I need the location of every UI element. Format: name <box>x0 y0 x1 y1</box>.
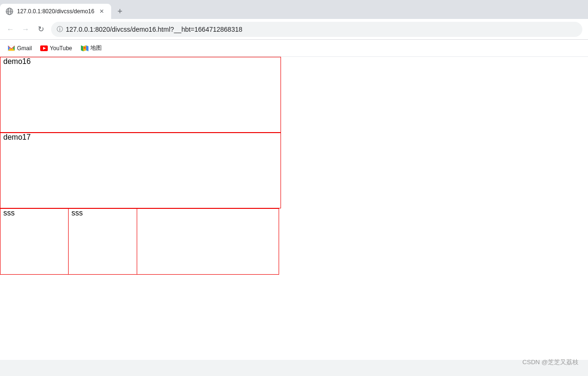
sss-container: sss sss <box>0 208 588 275</box>
sss-label-1: sss <box>0 207 18 219</box>
gmail-icon <box>8 45 15 52</box>
demo16-label: demo16 <box>0 55 34 67</box>
back-icon: ← <box>7 25 14 34</box>
address-bar[interactable]: ⓘ 127.0.0.1:8020/divcss/demo16.html?__hb… <box>51 22 582 37</box>
svg-marker-12 <box>81 45 83 51</box>
bookmarks-bar: Gmail YouTube 地图 <box>0 40 588 57</box>
bookmark-maps-label: 地图 <box>90 44 102 52</box>
sss-box-1: sss <box>0 208 69 275</box>
sss-box-3 <box>137 208 279 275</box>
bookmark-gmail-label: Gmail <box>17 45 32 52</box>
forward-button[interactable]: → <box>19 23 32 36</box>
page-content: demo16 demo17 sss sss <box>0 57 588 360</box>
bookmark-youtube-label: YouTube <box>50 45 72 52</box>
bookmark-maps[interactable]: 地图 <box>77 42 105 54</box>
tab-drag-area <box>126 4 588 19</box>
demo16-box: demo16 <box>0 57 281 133</box>
active-tab[interactable]: 127.0.0.1:8020/divcss/demo16 ✕ <box>0 4 111 19</box>
svg-marker-14 <box>86 45 88 51</box>
sss-label-2: sss <box>69 207 86 219</box>
tab-title: 127.0.0.1:8020/divcss/demo16 <box>17 8 94 15</box>
tab-close-button[interactable]: ✕ <box>98 8 105 15</box>
bookmark-gmail[interactable]: Gmail <box>4 42 35 54</box>
tab-bar: 127.0.0.1:8020/divcss/demo16 ✕ + <box>0 0 588 19</box>
nav-bar: ← → ↻ ⓘ 127.0.0.1:8020/divcss/demo16.htm… <box>0 19 588 40</box>
lock-icon: ⓘ <box>57 25 63 34</box>
footer-note: CSDN @芝芝又荔枝 <box>522 358 579 367</box>
bookmark-youtube[interactable]: YouTube <box>36 42 76 54</box>
demo17-box: demo17 <box>0 133 281 208</box>
address-text: 127.0.0.1:8020/divcss/demo16.html?__hbt=… <box>66 26 577 33</box>
maps-icon <box>81 45 88 52</box>
tab-favicon <box>6 8 13 15</box>
footer-text: CSDN @芝芝又荔枝 <box>522 358 579 366</box>
browser-chrome: 127.0.0.1:8020/divcss/demo16 ✕ + ← → ↻ ⓘ… <box>0 0 588 57</box>
demo17-label: demo17 <box>0 131 34 143</box>
new-tab-button[interactable]: + <box>113 5 126 18</box>
reload-icon: ↻ <box>38 25 44 34</box>
forward-icon: → <box>22 25 29 34</box>
sss-box-2: sss <box>69 208 137 275</box>
back-button[interactable]: ← <box>4 23 17 36</box>
reload-button[interactable]: ↻ <box>34 23 47 36</box>
svg-point-15 <box>84 47 86 49</box>
youtube-icon <box>40 45 48 52</box>
